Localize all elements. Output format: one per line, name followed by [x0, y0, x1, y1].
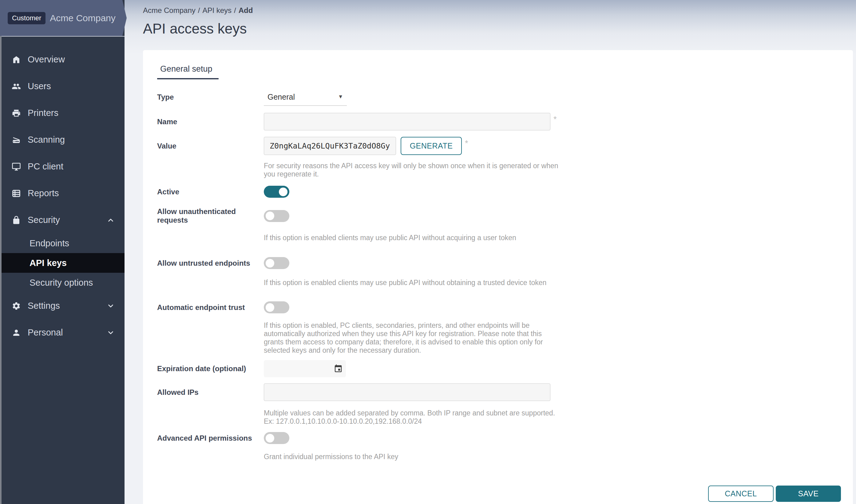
customer-banner: Customer Acme Company	[0, 0, 127, 36]
sidebar-nav: Overview Users Printers Scanning PC clie	[0, 46, 125, 346]
value-label: Value	[157, 142, 264, 150]
sidebar-item-reports[interactable]: Reports	[0, 180, 125, 206]
dropdown-arrow-icon: ▼	[338, 94, 343, 100]
calendar-icon[interactable]	[334, 364, 343, 373]
sub-item-label: Security options	[30, 278, 93, 288]
sidebar-item-label: Security	[28, 215, 60, 225]
allowed-ips-helper: Multiple values can be added separated b…	[264, 409, 559, 426]
auto-trust-toggle[interactable]	[264, 301, 289, 313]
sub-item-label: API keys	[30, 258, 67, 268]
required-asterisk: *	[553, 113, 557, 124]
customer-badge: Customer	[8, 12, 46, 24]
name-row: Name *	[157, 113, 853, 130]
sidebar-item-scanning[interactable]: Scanning	[0, 126, 125, 153]
auto-trust-label: Automatic endpoint trust	[157, 303, 264, 312]
sidebar-item-security[interactable]: Security	[0, 206, 125, 233]
tab-active-underline	[157, 78, 219, 79]
advanced-permissions-helper: Grant individual permissions to the API …	[264, 453, 559, 461]
sidebar-item-personal[interactable]: Personal	[0, 319, 125, 346]
sidebar-item-label: Overview	[28, 54, 65, 65]
allow-unauthenticated-label: Allow unauthenticated requests	[157, 207, 264, 224]
value-input[interactable]	[264, 137, 396, 155]
allowed-ips-label: Allowed IPs	[157, 388, 264, 397]
sidebar-item-overview[interactable]: Overview	[0, 46, 125, 73]
form-footer: CANCEL SAVE	[157, 486, 853, 502]
sidebar-item-api-keys[interactable]: API keys	[0, 253, 125, 273]
left-edge-strip	[0, 36, 2, 504]
expiration-row: Expiration date (optional)	[157, 360, 853, 377]
sidebar-item-label: Reports	[28, 188, 59, 198]
printer-icon	[12, 109, 21, 118]
breadcrumb: Acme Company/API keys/Add	[143, 6, 253, 15]
company-name: Acme Company	[50, 13, 115, 23]
allow-unauthenticated-helper: If this option is enabled clients may us…	[264, 234, 559, 242]
sidebar-item-label: Users	[28, 81, 51, 91]
allow-untrusted-label: Allow untrusted endpoints	[157, 259, 264, 268]
sidebar: Overview Users Printers Scanning PC clie	[0, 0, 125, 504]
sidebar-item-label: Scanning	[28, 135, 65, 145]
advanced-permissions-row: Advanced API permissions	[157, 432, 853, 444]
allow-unauthenticated-toggle[interactable]	[264, 210, 289, 222]
advanced-permissions-label: Advanced API permissions	[157, 434, 264, 443]
auto-trust-helper: If this option is enabled, PC clients, s…	[264, 321, 559, 355]
name-label: Name	[157, 118, 264, 126]
sidebar-item-settings[interactable]: Settings	[0, 292, 125, 319]
active-label: Active	[157, 187, 264, 196]
type-label: Type	[157, 93, 264, 102]
sub-item-label: Endpoints	[30, 238, 69, 249]
allow-untrusted-toggle[interactable]	[264, 257, 289, 269]
active-toggle[interactable]	[264, 186, 289, 198]
api-key-form: Type General ▼ Name * Value GENERATE * F…	[157, 88, 853, 502]
cancel-button[interactable]: CANCEL	[708, 486, 773, 502]
expiration-label: Expiration date (optional)	[157, 364, 264, 373]
breadcrumb-separator: /	[234, 6, 236, 15]
type-select[interactable]: General ▼	[264, 88, 347, 106]
chevron-down-icon	[107, 329, 115, 337]
allowed-ips-row: Allowed IPs	[157, 383, 853, 401]
allow-untrusted-row: Allow untrusted endpoints	[157, 257, 853, 269]
chevron-up-icon	[107, 216, 115, 224]
active-row: Active	[157, 186, 853, 198]
advanced-permissions-toggle[interactable]	[264, 432, 289, 444]
breadcrumb-api-keys-link[interactable]: API keys	[202, 6, 232, 15]
sidebar-item-label: Settings	[28, 301, 60, 311]
expiration-date-field[interactable]	[264, 360, 346, 377]
person-icon	[12, 328, 21, 337]
sidebar-item-users[interactable]: Users	[0, 73, 125, 100]
allow-unauthenticated-row: Allow unauthenticated requests	[157, 207, 853, 224]
sidebar-item-security-options[interactable]: Security options	[0, 273, 125, 292]
page-title: API access keys	[143, 20, 247, 37]
type-select-value: General	[268, 93, 295, 102]
allowed-ips-input[interactable]	[264, 383, 550, 401]
sidebar-item-pc-client[interactable]: PC client	[0, 153, 125, 180]
breadcrumb-separator: /	[198, 6, 200, 15]
tab-bar: General setup	[157, 62, 853, 84]
required-asterisk: *	[465, 137, 468, 148]
value-helper-text: For security reasons the API access key …	[264, 162, 559, 178]
tab-general-setup[interactable]: General setup	[157, 62, 215, 78]
toggle-knob	[266, 212, 274, 220]
monitor-icon	[12, 162, 21, 171]
sidebar-item-endpoints[interactable]: Endpoints	[0, 233, 125, 253]
banner-separator	[0, 36, 125, 37]
chevron-down-icon	[107, 302, 115, 310]
reports-icon	[12, 189, 21, 198]
sidebar-item-label: Personal	[28, 327, 63, 338]
name-input[interactable]	[264, 113, 550, 130]
breadcrumb-company-link[interactable]: Acme Company	[143, 6, 196, 15]
top-gradient-band	[0, 0, 856, 54]
toggle-knob	[266, 434, 274, 443]
sidebar-item-label: PC client	[28, 161, 63, 172]
breadcrumb-current: Add	[238, 6, 253, 15]
sidebar-item-label: Printers	[28, 108, 58, 118]
value-row: Value GENERATE *	[157, 137, 853, 155]
gear-icon	[12, 301, 21, 310]
toggle-knob	[266, 259, 274, 268]
users-icon	[12, 82, 21, 91]
generate-button[interactable]: GENERATE	[400, 137, 462, 155]
form-card: General setup Type General ▼ Name * Valu…	[143, 50, 853, 504]
sidebar-item-printers[interactable]: Printers	[0, 100, 125, 126]
lock-icon	[12, 216, 21, 225]
type-row: Type General ▼	[157, 88, 853, 106]
save-button[interactable]: SAVE	[776, 486, 841, 502]
